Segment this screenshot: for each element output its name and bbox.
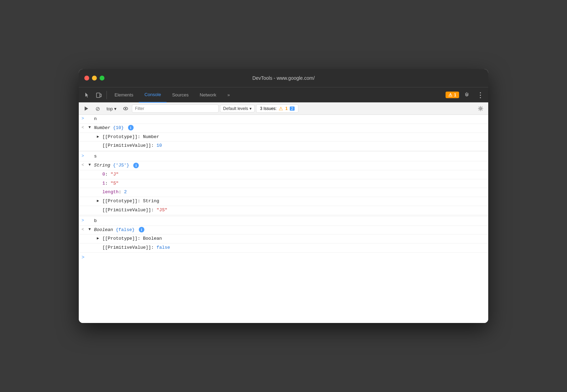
- output-marker: <: [82, 227, 88, 232]
- console-line: 0: "J": [79, 170, 488, 179]
- window-title: DevTools - www.google.com/: [252, 75, 315, 81]
- expand-triangle[interactable]: ▼: [88, 162, 94, 167]
- tab-elements[interactable]: Elements: [109, 87, 139, 103]
- collapse-triangle: [88, 218, 94, 222]
- svg-point-4: [125, 108, 126, 109]
- info-count-badge: 2: [290, 106, 295, 111]
- tab-sources[interactable]: Sources: [167, 87, 194, 103]
- input-marker: >: [82, 116, 88, 121]
- console-property: [[Prototype]]: Number: [102, 134, 485, 141]
- fullscreen-button[interactable]: [100, 76, 104, 80]
- run-script-button[interactable]: [82, 104, 91, 113]
- cursor-tool-button[interactable]: [82, 90, 93, 101]
- warn-count-icon: ⚠: [279, 106, 283, 111]
- console-expression: b: [94, 218, 485, 225]
- console-line: < ▼ String {'JS'} i: [79, 161, 488, 170]
- console-property: length: 2: [102, 189, 485, 196]
- console-property: [[PrimitiveValue]]: 10: [102, 142, 485, 150]
- collapse-triangle: [88, 116, 94, 120]
- console-output[interactable]: > n < ▼ Number {10} i ▶ [[Prototype]]: N…: [79, 115, 488, 323]
- info-badge: i: [128, 125, 134, 130]
- console-line: > n: [79, 115, 488, 124]
- console-line: [[PrimitiveValue]]: 10: [79, 142, 488, 151]
- console-settings-button[interactable]: [476, 104, 485, 113]
- warn-icon: ⚠: [448, 92, 452, 97]
- console-line: [[PrimitiveValue]]: "JS": [79, 206, 488, 215]
- console-line: > b: [79, 217, 488, 226]
- svg-rect-1: [100, 94, 101, 97]
- devtools-window: DevTools - www.google.com/ Elements Cons…: [79, 69, 488, 323]
- expand-triangle[interactable]: ▶: [97, 198, 102, 203]
- console-line: length: 2: [79, 188, 488, 197]
- console-property: [[PrimitiveValue]]: false: [102, 244, 485, 252]
- svg-rect-0: [96, 93, 100, 97]
- tab-bar: Elements Console Sources Network » ⚠ 1: [79, 87, 488, 102]
- close-button[interactable]: [84, 76, 89, 80]
- filter-input[interactable]: [132, 104, 219, 113]
- settings-button[interactable]: [461, 90, 472, 101]
- console-line: [[PrimitiveValue]]: false: [79, 244, 488, 253]
- console-line: ▶ [[Prototype]]: Number: [79, 133, 488, 142]
- input-marker: >: [82, 218, 88, 223]
- context-selector[interactable]: top ▾: [104, 105, 119, 113]
- output-marker: <: [82, 125, 88, 130]
- console-property: [[PrimitiveValue]]: "JS": [102, 207, 485, 214]
- console-value: String {'JS'} i: [94, 162, 485, 169]
- device-toolbar-button[interactable]: [93, 90, 104, 101]
- filter-eye-button[interactable]: [121, 104, 130, 113]
- expand-triangle[interactable]: ▼: [88, 125, 94, 129]
- console-line: < ▼ Boolean {false} i: [79, 226, 488, 235]
- tab-list: Elements Console Sources Network »: [109, 87, 445, 103]
- console-separator: [79, 151, 488, 152]
- tab-more[interactable]: »: [222, 87, 235, 103]
- toolbar-divider-1: [107, 91, 107, 99]
- levels-dropdown[interactable]: Default levels ▾: [220, 105, 255, 112]
- collapse-triangle: [88, 153, 94, 158]
- toolbar-right: ⚠ 1 ⋮: [446, 90, 485, 101]
- console-property: [[Prototype]]: String: [102, 198, 485, 205]
- chevron-down-icon: ▾: [249, 106, 252, 111]
- titlebar: DevTools - www.google.com/: [79, 69, 488, 87]
- console-property: 0: "J": [102, 171, 485, 178]
- minimize-button[interactable]: [92, 76, 97, 80]
- expand-triangle[interactable]: ▶: [97, 134, 102, 139]
- more-options-button[interactable]: ⋮: [474, 90, 485, 101]
- traffic-lights: [84, 76, 104, 80]
- console-value: Boolean {false} i: [94, 227, 485, 234]
- console-input-line[interactable]: >: [79, 253, 488, 262]
- info-badge: i: [133, 163, 139, 168]
- console-line: ▶ [[Prototype]]: Boolean: [79, 235, 488, 244]
- console-property: [[Prototype]]: Boolean: [102, 235, 485, 242]
- tab-network[interactable]: Network: [194, 87, 222, 103]
- console-value: Number {10} i: [94, 125, 485, 132]
- issues-button[interactable]: ⚠ 1: [446, 92, 459, 98]
- console-toolbar: ⊘ top ▾ Default levels ▾ 3 Issues: ⚠ 1 2: [79, 102, 488, 115]
- tab-console[interactable]: Console: [139, 87, 167, 103]
- console-separator: [79, 216, 488, 216]
- console-line: ▶ [[Prototype]]: String: [79, 197, 488, 206]
- expand-triangle[interactable]: ▼: [88, 227, 94, 231]
- chevron-down-icon: ▾: [114, 106, 117, 111]
- expand-triangle[interactable]: ▶: [97, 235, 102, 240]
- output-marker: <: [82, 162, 88, 168]
- console-expression: n: [94, 116, 485, 123]
- console-property: 1: "S": [102, 180, 485, 187]
- issues-count-button[interactable]: 3 Issues: ⚠ 1 2: [256, 104, 298, 113]
- info-badge: i: [139, 227, 144, 232]
- console-line: 1: "S": [79, 179, 488, 188]
- input-marker: >: [82, 153, 88, 159]
- svg-point-5: [480, 108, 482, 110]
- console-line: > s: [79, 152, 488, 161]
- console-prompt-icon: >: [82, 255, 84, 260]
- clear-console-button[interactable]: ⊘: [93, 104, 102, 113]
- console-line: < ▼ Number {10} i: [79, 124, 488, 133]
- console-expression: s: [94, 153, 485, 160]
- svg-marker-2: [85, 106, 88, 111]
